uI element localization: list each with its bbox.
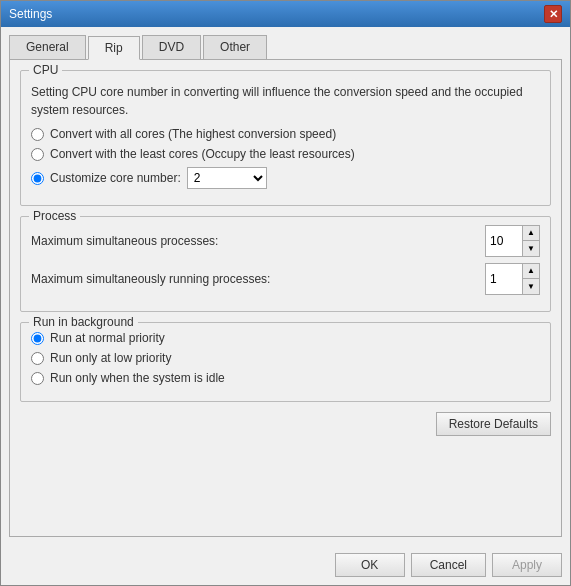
max-running-up[interactable]: ▲ <box>523 264 539 279</box>
cancel-button[interactable]: Cancel <box>411 553 486 577</box>
idle-row: Run only when the system is idle <box>31 371 540 385</box>
core-number-select[interactable]: 2 1 3 4 <box>187 167 267 189</box>
low-priority-radio[interactable] <box>31 352 44 365</box>
tab-rip[interactable]: Rip <box>88 36 140 60</box>
max-simultaneous-up[interactable]: ▲ <box>523 226 539 241</box>
tab-dvd[interactable]: DVD <box>142 35 201 59</box>
low-priority-label[interactable]: Run only at low priority <box>50 351 171 365</box>
max-simultaneous-row: Maximum simultaneous processes: ▲ ▼ <box>31 225 540 257</box>
max-running-down[interactable]: ▼ <box>523 279 539 294</box>
close-button[interactable]: ✕ <box>544 5 562 23</box>
max-running-row: Maximum simultaneously running processes… <box>31 263 540 295</box>
tab-general[interactable]: General <box>9 35 86 59</box>
cpu-group: CPU Setting CPU core number in convertin… <box>20 70 551 206</box>
title-bar: Settings ✕ <box>1 1 570 27</box>
custom-cores-row: Customize core number: 2 1 3 4 <box>31 167 540 189</box>
custom-cores-radio[interactable] <box>31 172 44 185</box>
restore-defaults-button[interactable]: Restore Defaults <box>436 412 551 436</box>
max-running-spinner-buttons: ▲ ▼ <box>522 264 539 294</box>
max-simultaneous-down[interactable]: ▼ <box>523 241 539 256</box>
settings-window: Settings ✕ General Rip DVD Other CPU Set… <box>0 0 571 586</box>
cpu-group-label: CPU <box>29 63 62 77</box>
window-title: Settings <box>9 7 52 21</box>
process-group-label: Process <box>29 209 80 223</box>
idle-label[interactable]: Run only when the system is idle <box>50 371 225 385</box>
least-cores-row: Convert with the least cores (Occupy the… <box>31 147 540 161</box>
cpu-description: Setting CPU core number in converting wi… <box>31 83 540 119</box>
max-running-spinner: ▲ ▼ <box>485 263 540 295</box>
all-cores-row: Convert with all cores (The highest conv… <box>31 127 540 141</box>
apply-button[interactable]: Apply <box>492 553 562 577</box>
max-running-label: Maximum simultaneously running processes… <box>31 272 479 286</box>
bottom-buttons: OK Cancel Apply <box>1 545 570 585</box>
max-simultaneous-spinner-buttons: ▲ ▼ <box>522 226 539 256</box>
normal-priority-row: Run at normal priority <box>31 331 540 345</box>
max-simultaneous-label: Maximum simultaneous processes: <box>31 234 479 248</box>
process-group: Process Maximum simultaneous processes: … <box>20 216 551 312</box>
custom-cores-label[interactable]: Customize core number: <box>50 171 181 185</box>
low-priority-row: Run only at low priority <box>31 351 540 365</box>
tab-content: CPU Setting CPU core number in convertin… <box>9 59 562 537</box>
least-cores-radio[interactable] <box>31 148 44 161</box>
max-running-input[interactable] <box>486 264 522 294</box>
content-area: General Rip DVD Other CPU Setting CPU co… <box>1 27 570 545</box>
all-cores-radio[interactable] <box>31 128 44 141</box>
tab-other[interactable]: Other <box>203 35 267 59</box>
normal-priority-radio[interactable] <box>31 332 44 345</box>
restore-row: Restore Defaults <box>20 412 551 436</box>
max-simultaneous-input[interactable] <box>486 226 522 256</box>
max-simultaneous-spinner: ▲ ▼ <box>485 225 540 257</box>
least-cores-label[interactable]: Convert with the least cores (Occupy the… <box>50 147 355 161</box>
normal-priority-label[interactable]: Run at normal priority <box>50 331 165 345</box>
idle-radio[interactable] <box>31 372 44 385</box>
background-group: Run in background Run at normal priority… <box>20 322 551 402</box>
background-group-label: Run in background <box>29 315 138 329</box>
tabs-container: General Rip DVD Other <box>9 35 562 59</box>
all-cores-label[interactable]: Convert with all cores (The highest conv… <box>50 127 336 141</box>
ok-button[interactable]: OK <box>335 553 405 577</box>
